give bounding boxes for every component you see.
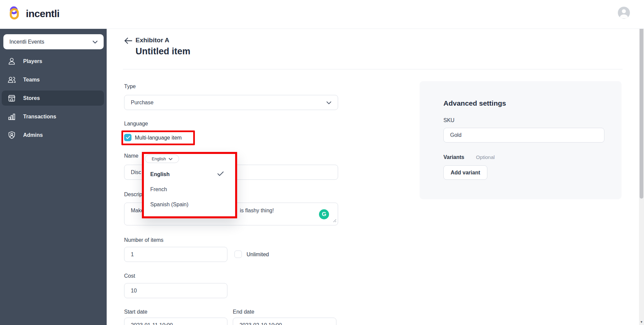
check-icon (217, 171, 224, 177)
multi-language-checkbox-label: Multi-language item (135, 135, 182, 141)
brand-logo[interactable]: incentli (7, 5, 59, 22)
end-date-input[interactable]: 2023-02-10 10:00 (233, 318, 336, 325)
cost-label: Cost (124, 273, 135, 279)
sku-value: Gold (450, 132, 462, 138)
number-of-items-input[interactable]: 1 (124, 247, 227, 262)
workspace-selector-label: Incentli Events (9, 39, 44, 45)
add-variant-button[interactable]: Add variant (443, 165, 487, 180)
resize-handle-icon[interactable] (333, 218, 336, 224)
sidebar-item-admins[interactable]: Admins (2, 127, 104, 143)
sidebar-item-stores[interactable]: Stores (2, 91, 104, 106)
name-language-chip-label: English (152, 156, 166, 161)
people-icon (7, 75, 16, 84)
user-avatar[interactable] (618, 7, 630, 19)
sidebar-item-label: Transactions (23, 114, 56, 120)
unlimited-checkbox[interactable] (234, 251, 242, 258)
sidebar-item-label: Teams (23, 77, 40, 83)
sidebar-item-label: Stores (23, 95, 40, 101)
app-window: incentli Incentli Events Players (0, 0, 644, 325)
page-title: Untitled item (136, 46, 191, 57)
scrollbar-down-arrow-icon[interactable]: ▼ (639, 319, 644, 325)
chevron-down-icon (326, 100, 331, 106)
advanced-settings-title: Advanced settings (443, 99, 506, 107)
workspace-selector[interactable]: Incentli Events (3, 34, 104, 49)
grammarly-icon[interactable]: G (319, 209, 329, 219)
start-date-input[interactable]: 2023-01-11 10:00 (124, 318, 227, 325)
variants-label: Variants (443, 154, 464, 160)
end-date-value: 2023-02-10 10:00 (239, 322, 282, 325)
language-option-french[interactable]: French (144, 182, 235, 197)
sku-label: SKU (443, 117, 454, 123)
language-option-label: French (150, 186, 167, 193)
description-value-end: is flashy thing! (240, 208, 274, 214)
language-label: Language (124, 121, 148, 127)
back-arrow-icon[interactable] (124, 38, 132, 45)
cost-input[interactable]: 10 (124, 283, 227, 298)
variants-optional-hint: Optional (476, 154, 495, 160)
unlimited-checkbox-label: Unlimited (247, 252, 269, 258)
name-language-chip[interactable]: English (145, 155, 179, 163)
number-of-items-label: Number of items (124, 237, 163, 243)
chevron-down-icon (93, 39, 98, 45)
start-date-value: 2023-01-11 10:00 (131, 322, 173, 325)
add-variant-button-label: Add variant (450, 170, 480, 176)
start-date-label: Start date (124, 309, 147, 315)
header-divider (123, 69, 623, 69)
person-icon (7, 57, 16, 66)
language-option-english[interactable]: English (144, 167, 235, 182)
main-content: Exhibitor A Untitled item Type Purchase … (107, 29, 639, 325)
type-select-value: Purchase (131, 100, 154, 106)
sidebar-item-teams[interactable]: Teams (2, 72, 104, 87)
vertical-scrollbar[interactable]: ▲ ▼ (639, 0, 644, 325)
number-of-items-value: 1 (131, 252, 134, 258)
bar-chart-icon (7, 112, 16, 121)
name-input-value: Disc (131, 169, 141, 175)
language-option-label: English (150, 171, 170, 177)
advanced-settings-panel: Advanced settings SKU Gold Variants Opti… (420, 81, 622, 199)
sidebar-item-label: Admins (23, 132, 43, 138)
scrollbar-thumb[interactable] (640, 7, 643, 199)
sku-input[interactable]: Gold (443, 128, 604, 143)
cost-value: 10 (131, 288, 137, 294)
breadcrumb[interactable]: Exhibitor A (136, 37, 169, 44)
chevron-down-icon (169, 156, 172, 161)
type-select[interactable]: Purchase (124, 95, 338, 110)
top-bar: incentli (0, 0, 644, 29)
language-option-spanish[interactable]: Spanish (Spain) (144, 197, 235, 212)
sidebar-item-players[interactable]: Players (2, 54, 104, 69)
language-option-label: Spanish (Spain) (150, 202, 189, 208)
sidebar: Incentli Events Players (0, 29, 107, 325)
sidebar-item-label: Players (23, 58, 42, 64)
brand-name: incentli (26, 8, 59, 19)
name-label: Name (124, 153, 139, 159)
type-label: Type (124, 84, 136, 90)
end-date-label: End date (233, 309, 254, 315)
sidebar-item-transactions[interactable]: Transactions (2, 109, 104, 124)
multi-language-checkbox[interactable] (124, 134, 131, 141)
shield-person-icon (7, 131, 16, 140)
store-icon (7, 94, 16, 103)
incentli-logo-icon (7, 5, 22, 22)
